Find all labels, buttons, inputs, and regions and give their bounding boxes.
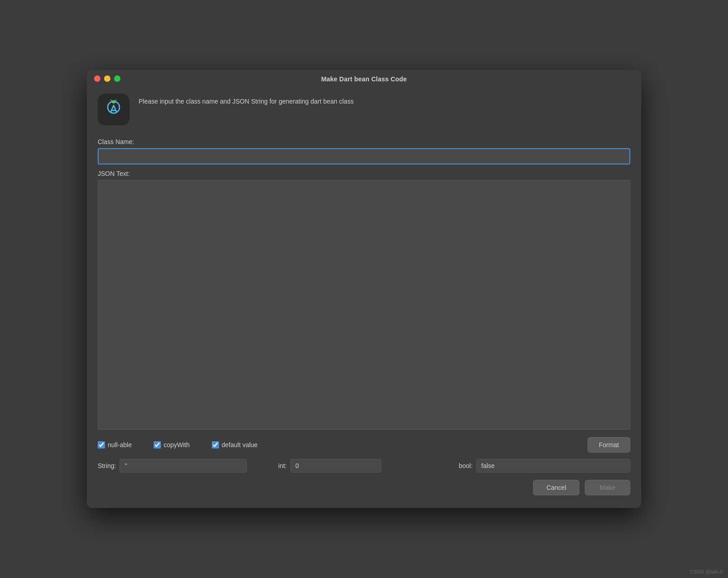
json-text-label: JSON Text: bbox=[98, 170, 630, 177]
int-label: int: bbox=[278, 462, 287, 469]
int-field-group: int: bbox=[278, 459, 449, 473]
app-icon bbox=[98, 94, 130, 125]
title-bar: Make Dart bean Class Code bbox=[87, 70, 641, 86]
dialog-title: Make Dart bean Class Code bbox=[321, 75, 407, 83]
defaultvalue-checkbox[interactable] bbox=[212, 441, 219, 448]
defaultvalue-checkbox-item: default value bbox=[212, 441, 258, 448]
nullable-checkbox[interactable] bbox=[98, 441, 105, 448]
checkbox-group: null-able copyWith default value bbox=[98, 441, 588, 448]
format-button[interactable]: Format bbox=[588, 437, 630, 453]
dialog-container: Make Dart bean Class Code bbox=[87, 70, 641, 508]
class-name-label: Class Name: bbox=[98, 138, 630, 145]
cancel-button[interactable]: Cancel bbox=[533, 480, 579, 495]
nullable-label: null-able bbox=[108, 441, 132, 448]
string-label: String: bbox=[98, 462, 116, 469]
class-name-input[interactable] bbox=[98, 148, 630, 164]
watermark: CSDN @talk-8 bbox=[690, 569, 723, 574]
bool-label: bool: bbox=[459, 462, 473, 469]
copywith-checkbox-item: copyWith bbox=[154, 441, 190, 448]
maximize-button[interactable] bbox=[114, 75, 120, 82]
defaults-row: String: int: bool: bbox=[98, 459, 630, 473]
action-row: Cancel Make bbox=[98, 480, 630, 499]
options-row: null-able copyWith default value Format bbox=[98, 437, 630, 453]
nullable-checkbox-item: null-able bbox=[98, 441, 132, 448]
traffic-lights bbox=[94, 75, 120, 82]
make-button[interactable]: Make bbox=[585, 480, 630, 495]
int-default-input[interactable] bbox=[290, 459, 381, 473]
close-button[interactable] bbox=[94, 75, 100, 82]
string-field-group: String: bbox=[98, 459, 269, 473]
app-icon-svg bbox=[101, 97, 126, 122]
copywith-checkbox[interactable] bbox=[154, 441, 161, 448]
dialog-body: Please input the class name and JSON Str… bbox=[87, 86, 641, 508]
bool-default-input[interactable] bbox=[476, 459, 630, 473]
bool-field-group: bool: bbox=[459, 459, 630, 473]
minimize-button[interactable] bbox=[104, 75, 110, 82]
json-text-textarea[interactable] bbox=[98, 180, 630, 430]
header-row: Please input the class name and JSON Str… bbox=[98, 94, 630, 125]
copywith-label: copyWith bbox=[164, 441, 190, 448]
string-default-input[interactable] bbox=[120, 459, 247, 473]
description-text: Please input the class name and JSON Str… bbox=[139, 94, 354, 106]
defaultvalue-label: default value bbox=[222, 441, 258, 448]
